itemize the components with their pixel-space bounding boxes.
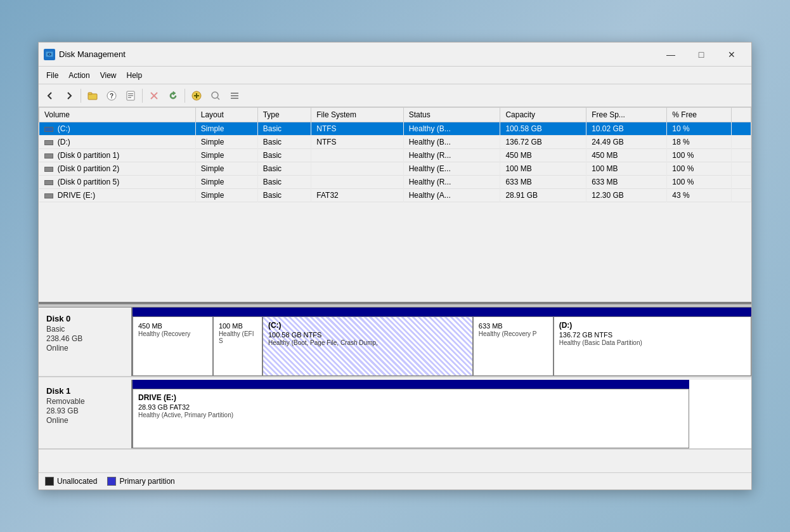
help-button[interactable]: ? [103,87,120,105]
disk-1-part-1-name: DRIVE (E:) [138,393,683,402]
cell-capacity: 100.58 GB [500,122,586,136]
cell-capacity: 450 MB [500,149,586,162]
cell-type: Basic [257,189,311,202]
disk-0-part-2-status: Healthy (EFI S [219,330,257,344]
table-row[interactable]: (Disk 0 partition 1) Simple Basic Health… [39,149,751,162]
col-type[interactable]: Type [257,108,311,122]
cell-extra [731,122,751,136]
cell-status: Healthy (R... [403,149,500,162]
refresh-button[interactable] [164,87,182,105]
disk-0-part-1-size: 450 MB [138,322,207,330]
col-layout[interactable]: Layout [195,108,257,122]
menu-view[interactable]: View [95,68,122,82]
disk-1-name: Disk 1 [46,386,124,396]
cell-layout: Simple [195,149,257,162]
col-fs[interactable]: File System [311,108,403,122]
cell-fs [311,162,403,176]
cell-capacity: 100 MB [500,162,586,176]
disk-1-size: 28.93 GB [46,406,124,415]
disk-1-partitions-content: DRIVE (E:) 28.93 GB FAT32 Healthy (Activ… [133,389,751,448]
table-row[interactable]: (Disk 0 partition 2) Simple Basic Health… [39,162,751,176]
table-row[interactable]: (Disk 0 partition 5) Simple Basic Health… [39,176,751,189]
col-capacity[interactable]: Capacity [500,108,586,122]
table-row[interactable]: (D:) Simple Basic NTFS Healthy (B... 136… [39,136,751,149]
search-button[interactable] [207,87,224,105]
cell-status: Healthy (A... [403,189,500,202]
disk-1-part-1[interactable]: DRIVE (E:) 28.93 GB FAT32 Healthy (Activ… [133,389,689,448]
new-volume-button[interactable] [188,87,205,105]
disk-table-container: Volume Layout Type File System Status Ca… [39,107,751,304]
disk-panel: Disk 0 Basic 238.46 GB Online 450 MB Hea… [39,308,751,472]
cell-pct: 43 % [667,189,732,202]
disk-0-part-3-name: (C:) [268,321,467,330]
cell-volume: (Disk 0 partition 1) [39,149,196,162]
minimize-button[interactable]: — [656,45,685,64]
menu-help[interactable]: Help [122,68,148,82]
table-row[interactable]: DRIVE (E:) Simple Basic FAT32 Healthy (A… [39,189,751,202]
up-folder-button[interactable] [84,87,101,105]
forward-button[interactable] [60,87,78,105]
cell-extra [731,189,751,202]
cell-type: Basic [257,122,311,136]
menu-file[interactable]: File [41,68,63,82]
legend-primary-label: Primary partition [119,477,174,486]
disk-0-part-3[interactable]: (C:) 100.58 GB NTFS Healthy (Boot, Page … [262,316,473,376]
legend-box-primary [107,477,116,486]
cell-layout: Simple [195,136,257,149]
svg-point-2 [49,53,50,55]
cell-type: Basic [257,176,311,189]
legend-primary: Primary partition [107,477,174,486]
close-button[interactable]: ✕ [717,45,746,64]
cell-layout: Simple [195,189,257,202]
cell-fs [311,176,403,189]
menu-action[interactable]: Action [63,68,94,82]
cell-free: 100 MB [586,162,667,176]
col-pct[interactable]: % Free [667,108,732,122]
disk-0-part-1-status: Healthy (Recovery [138,330,207,337]
col-status[interactable]: Status [403,108,500,122]
cell-capacity: 633 MB [500,176,586,189]
disk-0-part-4-status: Healthy (Recovery P [479,330,548,337]
disk-0-part-2[interactable]: 100 MB Healthy (EFI S [213,316,262,376]
cell-type: Basic [257,149,311,162]
col-free[interactable]: Free Sp... [586,108,667,122]
legend-bar: Unallocated Primary partition [39,472,751,490]
disk-1-partitions: DRIVE (E:) 28.93 GB FAT32 Healthy (Activ… [133,380,751,448]
disk-0-part-1[interactable]: 450 MB Healthy (Recovery [133,316,213,376]
cell-pct: 100 % [667,149,732,162]
disk-0-part-5[interactable]: (D:) 136.72 GB NTFS Healthy (Basic Data … [554,316,751,376]
app-icon [44,49,55,60]
disk-0-part-5-size: 136.72 GB NTFS [559,331,746,339]
back-button[interactable] [41,87,59,105]
disk-1-bar [133,380,689,389]
disk-1-part-1-status: Healthy (Active, Primary Partition) [138,412,683,418]
svg-rect-4 [88,93,92,94]
svg-rect-10 [128,97,131,98]
cell-fs [311,149,403,162]
table-row[interactable]: (C:) Simple Basic NTFS Healthy (B... 100… [39,122,751,136]
view-options-button[interactable] [226,87,243,105]
cell-status: Healthy (R... [403,176,500,189]
properties-button[interactable] [122,87,139,105]
cell-volume: (Disk 0 partition 2) [39,162,196,176]
disk-0-part-4[interactable]: 633 MB Healthy (Recovery P [473,316,554,376]
svg-rect-8 [128,93,133,94]
svg-rect-20 [231,98,238,99]
cell-extra [731,149,751,162]
legend-unallocated: Unallocated [45,477,97,486]
disk-0-partitions: 450 MB Healthy (Recovery 100 MB Healthy … [133,308,751,376]
cell-extra [731,136,751,149]
cell-layout: Simple [195,162,257,176]
delete-button[interactable] [145,87,163,105]
disk-management-window: Disk Management — □ ✕ File Action View H… [38,42,752,490]
cell-free: 24.49 GB [586,136,667,149]
cell-volume: (D:) [39,136,196,149]
maximize-button[interactable]: □ [687,45,716,64]
cell-layout: Simple [195,176,257,189]
svg-rect-19 [231,95,238,96]
cell-volume: DRIVE (E:) [39,189,196,202]
cell-fs: NTFS [311,122,403,136]
disk-0-type: Basic [46,325,124,334]
col-volume[interactable]: Volume [39,108,196,122]
title-bar: Disk Management — □ ✕ [39,42,751,67]
